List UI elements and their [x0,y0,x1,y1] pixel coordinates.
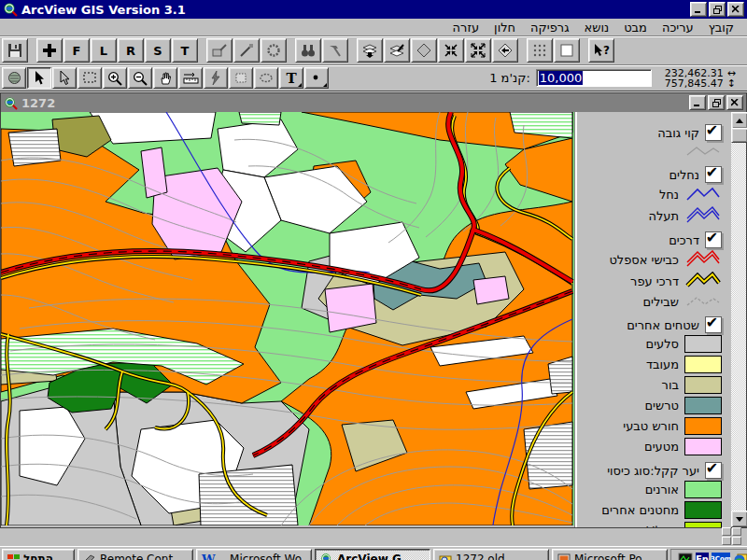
theme-properties-button[interactable] [233,38,260,63]
close-button[interactable] [727,2,744,17]
legend-symbol-stream: נחל [577,185,722,203]
legend-swatch-orchards: מטעים [577,438,722,455]
view-title: 1272 [21,96,685,110]
legend-swatch-rocks: סלעים [577,335,722,353]
legend-swatch-rocky-terrain: טרשים [577,397,722,414]
legend-theme-other-areas[interactable]: ✔ שטחים אחרים [577,316,722,333]
view-title-bar[interactable]: 1272 [0,92,747,112]
select-graphics-tool[interactable] [254,67,278,89]
scale-input[interactable]: 10,000 [536,69,652,87]
select-features-button[interactable] [527,38,553,63]
legend-swatch-other-conifers: מחטנים אחרים [577,501,722,519]
letter-t-button[interactable]: T [172,38,198,63]
task-microsoft-powerpoint[interactable]: Microsoft Po... [552,549,668,560]
view-close-button[interactable] [726,95,743,110]
title-bar[interactable]: ArcView GIS Version 3.1 [0,0,747,19]
checkbox-contours[interactable]: ✔ [705,124,722,141]
vertex-edit-tool[interactable] [52,67,77,89]
letter-s-button[interactable]: S [145,38,171,63]
menu-view[interactable]: מבט [616,20,655,35]
dotted-ring-icon [266,43,281,58]
open-theme-table-button[interactable] [261,38,287,63]
arrows-out-icon [471,43,486,58]
binoculars-icon [301,43,316,58]
menu-graphics[interactable]: גרפיקה [523,20,576,35]
network-monitor-tray-icon[interactable] [677,553,693,560]
resize-grip[interactable] [722,527,741,545]
zoom-full-extent-button[interactable] [357,38,383,63]
menu-file[interactable]: קובץ [701,20,741,35]
zoom-previous-button[interactable] [492,38,518,63]
dashed-rect-icon [83,71,97,85]
restore-icon [713,6,722,14]
legend-theme-roads[interactable]: ✔ דרכים [577,231,722,248]
clear-selection-button[interactable] [554,38,580,63]
checkbox-roads[interactable]: ✔ [705,231,722,248]
dot-grid-icon [532,43,547,58]
system-tray: En 3Com 8:38 AM [670,549,747,560]
legend-theme-streams[interactable]: ✔ נחלים [577,166,722,183]
horizontal-arrow-icon: ↔ [727,68,736,78]
project-magnifier-icon [439,553,452,560]
view-window: 1272 [0,91,747,527]
zoom-selected-button[interactable] [411,38,437,63]
task-1272-old[interactable]: 1272.old [433,549,549,560]
find-button[interactable] [295,38,321,63]
window-title: ArcView GIS Version 3.1 [21,3,686,17]
measure-tool[interactable] [178,67,203,89]
checkbox-streams[interactable]: ✔ [705,166,722,183]
text-tool[interactable]: T [279,67,303,89]
task-remote-control[interactable]: Remote Cont... [78,549,193,560]
network-3com-tray-icon[interactable]: 3Com [712,553,730,560]
task-arcview[interactable]: ArcView G... [315,549,430,560]
language-indicator[interactable]: En [696,553,709,560]
dotted-square-icon [234,71,248,85]
legend-theme-kkl-forest[interactable]: ✔ יער קקל:סוג כיסוי [577,462,722,479]
zoom-out-tool[interactable] [128,67,152,89]
letter-f-button[interactable]: F [63,38,90,63]
pointer-tool[interactable] [27,67,51,89]
help-button[interactable]: ? [588,38,614,63]
globe-tray-icon[interactable] [733,553,747,560]
menu-help[interactable]: עזרה [445,20,486,35]
menu-edit[interactable]: עריכה [655,20,701,35]
checkbox-kkl-forest[interactable]: ✔ [705,462,722,479]
globe-hatch-icon [7,71,21,85]
edit-legend-button[interactable] [206,38,233,63]
draw-point-tool[interactable] [304,67,329,89]
zoom-in-tool[interactable] [103,67,127,89]
hotlink-tool[interactable] [204,67,228,89]
query-builder-button[interactable] [322,38,348,63]
add-theme-button[interactable] [36,38,63,63]
scroll-up-button[interactable] [731,112,747,129]
pan-tool[interactable] [153,67,177,89]
scroll-down-button[interactable] [731,511,747,527]
view-minimize-button[interactable] [689,95,706,110]
save-project-button[interactable] [2,38,28,63]
select-feature-tool[interactable] [78,67,102,89]
main-toolbar: F L R S T [0,36,747,65]
menu-theme[interactable]: נושא [577,20,617,35]
menu-window[interactable]: חלון [486,20,523,35]
letter-l-button[interactable]: L [91,38,117,63]
check-icon: ✔ [706,168,718,177]
checkbox-other-areas[interactable]: ✔ [705,316,722,333]
zoom-active-theme-button[interactable] [384,38,410,63]
tool-palette: T קנ'מ 1: 10,000 232,462.31↔ 757,845.47↕ [0,65,747,91]
restore-button[interactable] [709,2,726,17]
task-microsoft-word[interactable]: W ...Microsoft Wo [196,549,312,560]
scrollbar-thumb[interactable] [731,128,747,143]
map-graphics [1,112,574,525]
minimize-button[interactable] [690,2,707,17]
view-restore-button[interactable] [708,95,725,110]
letter-r-button[interactable]: R [118,38,144,63]
map-canvas[interactable] [1,112,574,525]
identify-tool[interactable] [2,67,26,89]
legend-theme-contours[interactable]: ✔ קוי גובה [577,124,722,141]
zoom-in-fixed-button[interactable] [438,38,464,63]
label-tool[interactable] [229,67,253,89]
start-button[interactable]: התחל [2,549,75,560]
zoom-out-fixed-button[interactable] [465,38,491,63]
legend-scrollbar[interactable] [731,112,746,527]
natural-grove-swatch [684,417,722,435]
